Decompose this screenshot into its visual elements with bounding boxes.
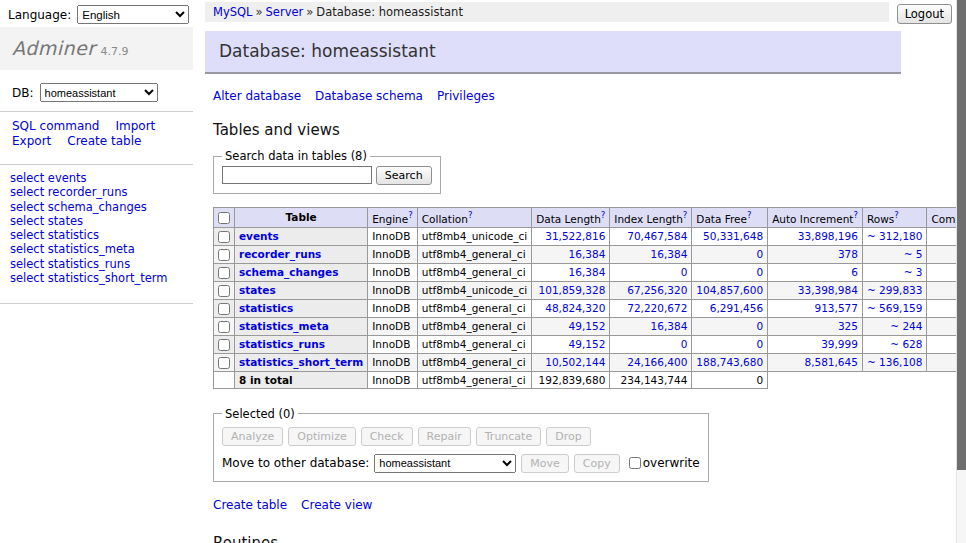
select-data-link[interactable]: select bbox=[10, 257, 44, 271]
data-free-cell-link[interactable]: 6,291,456 bbox=[710, 302, 763, 314]
table-structure-link[interactable]: schema_changes bbox=[48, 200, 147, 214]
db-select[interactable]: homeassistant bbox=[40, 83, 158, 102]
index-length-cell-link[interactable]: 16,384 bbox=[651, 320, 688, 332]
table-name-link[interactable]: recorder_runs bbox=[239, 248, 321, 260]
sidebar-action-link[interactable]: Export bbox=[12, 134, 51, 148]
rows-count-cell-link[interactable]: ~ 3 bbox=[904, 266, 923, 278]
rows-count-cell-link[interactable]: ~ 569,159 bbox=[867, 302, 923, 314]
row-checkbox[interactable] bbox=[218, 267, 230, 279]
move-button[interactable]: Move bbox=[521, 454, 569, 473]
data-free-cell-link[interactable]: 0 bbox=[756, 266, 763, 278]
database-action-link[interactable]: Alter database bbox=[213, 89, 301, 103]
auto-increment-cell-link[interactable]: 8,581,645 bbox=[804, 356, 857, 368]
doc-hint-link[interactable]: ? bbox=[747, 210, 752, 220]
row-checkbox[interactable] bbox=[218, 339, 230, 351]
data-free-cell-link[interactable]: 0 bbox=[756, 338, 763, 350]
data-free-cell-link[interactable]: 104,857,600 bbox=[696, 284, 763, 296]
doc-hint-link[interactable]: ? bbox=[408, 210, 413, 220]
index-length-cell-link[interactable]: 0 bbox=[681, 266, 688, 278]
select-all-checkbox[interactable] bbox=[218, 212, 230, 224]
auto-increment-cell-link[interactable]: 33,398,984 bbox=[798, 284, 858, 296]
table-name-link[interactable]: statistics_short_term bbox=[239, 356, 363, 368]
index-length-cell-link[interactable]: 24,166,400 bbox=[627, 356, 687, 368]
doc-hint-link[interactable]: ? bbox=[468, 210, 473, 220]
index-length-cell-link[interactable]: 67,256,320 bbox=[627, 284, 687, 296]
table-structure-link[interactable]: statistics_short_term bbox=[48, 271, 168, 285]
doc-hint-link[interactable]: ? bbox=[683, 210, 688, 220]
table-name-link[interactable]: statistics_runs bbox=[239, 338, 325, 350]
check-button[interactable]: Check bbox=[361, 427, 413, 446]
data-length-cell-link[interactable]: 10,502,144 bbox=[545, 356, 605, 368]
move-db-select[interactable]: homeassistant bbox=[374, 454, 516, 473]
sidebar-action-link[interactable]: Import bbox=[115, 119, 155, 133]
optimize-button[interactable]: Optimize bbox=[288, 427, 355, 446]
overwrite-checkbox[interactable] bbox=[629, 457, 641, 469]
auto-increment-cell-link[interactable]: 913,577 bbox=[815, 302, 858, 314]
rows-count-cell-link[interactable]: ~ 136,108 bbox=[867, 356, 923, 368]
select-data-link[interactable]: select bbox=[10, 271, 44, 285]
select-data-link[interactable]: select bbox=[10, 171, 44, 185]
row-checkbox[interactable] bbox=[218, 357, 230, 369]
breadcrumb-link[interactable]: MySQL bbox=[213, 5, 253, 19]
table-structure-link[interactable]: statistics_meta bbox=[48, 242, 135, 256]
index-length-cell-link[interactable]: 16,384 bbox=[651, 248, 688, 260]
select-data-link[interactable]: select bbox=[10, 242, 44, 256]
data-length-cell-link[interactable]: 16,384 bbox=[569, 266, 606, 278]
data-length-cell-link[interactable]: 49,152 bbox=[569, 338, 606, 350]
data-length-cell-link[interactable]: 31,522,816 bbox=[545, 230, 605, 242]
repair-button[interactable]: Repair bbox=[418, 427, 471, 446]
doc-hint-link[interactable]: ? bbox=[601, 210, 606, 220]
data-length-cell-link[interactable]: 101,859,328 bbox=[539, 284, 606, 296]
scrollbar-thumb[interactable] bbox=[957, 0, 966, 470]
table-structure-link[interactable]: events bbox=[48, 171, 87, 185]
truncate-button[interactable]: Truncate bbox=[476, 427, 541, 446]
database-action-link[interactable]: Database schema bbox=[315, 89, 423, 103]
auto-increment-cell-link[interactable]: 6 bbox=[851, 266, 858, 278]
select-data-link[interactable]: select bbox=[10, 228, 44, 242]
rows-count-cell-link[interactable]: ~ 244 bbox=[890, 320, 922, 332]
row-checkbox[interactable] bbox=[218, 321, 230, 333]
create-link[interactable]: Create view bbox=[301, 498, 372, 512]
table-name-link[interactable]: statistics_meta bbox=[239, 320, 329, 332]
rows-count-cell-link[interactable]: ~ 628 bbox=[890, 338, 922, 350]
auto-increment-cell-link[interactable]: 39,999 bbox=[821, 338, 858, 350]
rows-count-cell-link[interactable]: ~ 5 bbox=[904, 248, 923, 260]
select-data-link[interactable]: select bbox=[10, 214, 44, 228]
data-free-cell-link[interactable]: 0 bbox=[756, 248, 763, 260]
data-free-cell-link[interactable]: 0 bbox=[756, 320, 763, 332]
drop-button[interactable]: Drop bbox=[546, 427, 590, 446]
row-checkbox[interactable] bbox=[218, 249, 230, 261]
analyze-button[interactable]: Analyze bbox=[222, 427, 283, 446]
sidebar-action-link[interactable]: Create table bbox=[67, 134, 141, 148]
search-input[interactable] bbox=[222, 166, 372, 184]
select-data-link[interactable]: select bbox=[10, 200, 44, 214]
auto-increment-cell-link[interactable]: 33,898,196 bbox=[798, 230, 858, 242]
table-name-link[interactable]: states bbox=[239, 284, 276, 296]
auto-increment-cell-link[interactable]: 325 bbox=[838, 320, 858, 332]
vertical-scrollbar[interactable] bbox=[956, 0, 966, 543]
data-length-cell-link[interactable]: 49,152 bbox=[569, 320, 606, 332]
rows-count-cell-link[interactable]: ~ 312,180 bbox=[867, 230, 923, 242]
database-action-link[interactable]: Privileges bbox=[437, 89, 495, 103]
breadcrumb-link[interactable]: Server bbox=[266, 5, 304, 19]
auto-increment-cell-link[interactable]: 378 bbox=[838, 248, 858, 260]
rows-count-cell-link[interactable]: ~ 299,833 bbox=[867, 284, 923, 296]
sidebar-action-link[interactable]: SQL command bbox=[12, 119, 99, 133]
language-select[interactable]: English bbox=[77, 5, 189, 24]
row-checkbox[interactable] bbox=[218, 285, 230, 297]
index-length-cell-link[interactable]: 0 bbox=[681, 338, 688, 350]
create-link[interactable]: Create table bbox=[213, 498, 287, 512]
row-checkbox[interactable] bbox=[218, 303, 230, 315]
table-name-link[interactable]: schema_changes bbox=[239, 266, 339, 278]
doc-hint-link[interactable]: ? bbox=[853, 210, 858, 220]
table-structure-link[interactable]: states bbox=[48, 214, 83, 228]
table-name-link[interactable]: statistics bbox=[239, 302, 293, 314]
table-structure-link[interactable]: statistics bbox=[48, 228, 99, 242]
search-button[interactable]: Search bbox=[376, 166, 432, 185]
row-checkbox[interactable] bbox=[218, 231, 230, 243]
index-length-cell-link[interactable]: 72,220,672 bbox=[627, 302, 687, 314]
index-length-cell-link[interactable]: 70,467,584 bbox=[627, 230, 687, 242]
data-length-cell-link[interactable]: 16,384 bbox=[569, 248, 606, 260]
table-structure-link[interactable]: statistics_runs bbox=[48, 257, 130, 271]
data-length-cell-link[interactable]: 48,824,320 bbox=[545, 302, 605, 314]
